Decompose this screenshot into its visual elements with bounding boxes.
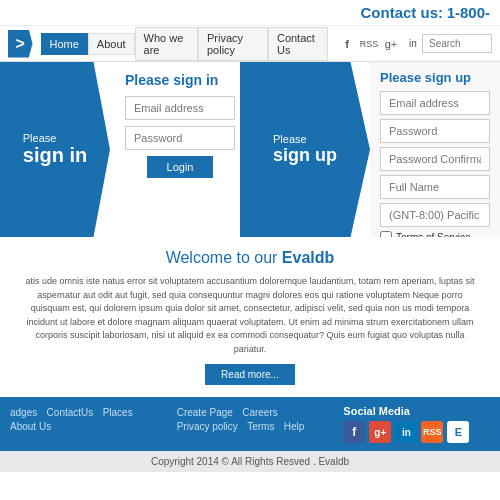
footer-social-icons: f g+ in RSS E bbox=[343, 421, 490, 443]
read-more-button[interactable]: Read more... bbox=[205, 364, 295, 385]
terms-label: Terms of Service bbox=[396, 232, 470, 238]
signup-arrow: Please sign up bbox=[240, 62, 370, 237]
footer-linkedin-icon[interactable]: in bbox=[395, 421, 417, 443]
footer-email-icon[interactable]: E bbox=[447, 421, 469, 443]
nav-links: Home About Who we are Privacy policy Con… bbox=[41, 27, 329, 61]
nav-social: f RSS g+ in bbox=[338, 35, 422, 53]
signup-timezone-input[interactable] bbox=[380, 203, 490, 227]
brand-name: Evaldb bbox=[282, 249, 334, 266]
top-bar: Contact us: 1-800- bbox=[0, 0, 500, 26]
search-input[interactable] bbox=[422, 34, 492, 53]
footer-col-social: Social Media f g+ in RSS E bbox=[343, 405, 490, 443]
copyright-text: Copyright 2014 © All Rights Resved . Eva… bbox=[151, 456, 349, 467]
footer-facebook-icon[interactable]: f bbox=[343, 421, 365, 443]
footer-rss-icon[interactable]: RSS bbox=[421, 421, 443, 443]
signin-password-input[interactable] bbox=[125, 126, 235, 150]
welcome-title: Welcome to our Evaldb bbox=[20, 249, 480, 267]
welcome-section: Welcome to our Evaldb atis ude omnis ist… bbox=[0, 237, 500, 397]
footer-top: adges ContactUs Places About Us Create P… bbox=[0, 397, 500, 451]
terms-row: Terms of Service bbox=[380, 231, 490, 237]
signin-arrow-large: sign in bbox=[23, 144, 87, 167]
phone-number: 1-800- bbox=[447, 4, 490, 21]
footer-col-1: adges ContactUs Places About Us bbox=[10, 405, 157, 433]
signup-form-panel: Please sign up Terms of Service Sign up … bbox=[370, 62, 500, 237]
contact-info: Contact us: 1-800- bbox=[361, 4, 490, 21]
footer-link-careers[interactable]: Careers bbox=[242, 407, 278, 418]
login-button[interactable]: Login bbox=[147, 156, 214, 178]
nav-about[interactable]: About bbox=[88, 33, 135, 55]
nav-who-we-are[interactable]: Who we are bbox=[135, 27, 198, 61]
facebook-nav-icon[interactable]: f bbox=[338, 35, 356, 53]
signin-arrow: Please sign in bbox=[0, 62, 110, 237]
signin-title: Please sign in bbox=[125, 72, 235, 88]
terms-checkbox[interactable] bbox=[380, 231, 392, 237]
signup-arrow-small: Please bbox=[273, 133, 337, 145]
welcome-text: atis ude omnis iste natus error sit volu… bbox=[20, 275, 480, 356]
linkedin-nav-icon[interactable]: in bbox=[404, 35, 422, 53]
footer-link-privacy[interactable]: Privacy policy bbox=[177, 421, 238, 432]
footer-link-contact[interactable]: ContactUs bbox=[47, 407, 94, 418]
nav-privacy[interactable]: Privacy policy bbox=[198, 27, 268, 61]
auth-section: Please sign in Please sign in Login Plea… bbox=[0, 62, 500, 237]
footer-link-createpage[interactable]: Create Page bbox=[177, 407, 233, 418]
signup-email-input[interactable] bbox=[380, 91, 490, 115]
signup-title: Please sign up bbox=[380, 70, 490, 85]
signup-password-input[interactable] bbox=[380, 119, 490, 143]
footer-link-places[interactable]: Places bbox=[103, 407, 133, 418]
nav-logo[interactable]: > bbox=[8, 30, 33, 58]
nav-contact[interactable]: Contact Us bbox=[268, 27, 328, 61]
footer-link-help[interactable]: Help bbox=[284, 421, 305, 432]
footer-col-2: Create Page Careers Privacy policy Terms… bbox=[177, 405, 324, 433]
signin-form-panel: Please sign in Login bbox=[110, 62, 250, 237]
signin-email-input[interactable] bbox=[125, 96, 235, 120]
rss-nav-icon[interactable]: RSS bbox=[360, 35, 378, 53]
footer-link-about[interactable]: About Us bbox=[10, 421, 51, 432]
footer-link-adges[interactable]: adges bbox=[10, 407, 37, 418]
signup-fullname-input[interactable] bbox=[380, 175, 490, 199]
footer-link-terms[interactable]: Terms bbox=[247, 421, 274, 432]
nav-home[interactable]: Home bbox=[41, 33, 88, 55]
contact-label: Contact us: bbox=[361, 4, 444, 21]
footer-googleplus-icon[interactable]: g+ bbox=[369, 421, 391, 443]
googleplus-nav-icon[interactable]: g+ bbox=[382, 35, 400, 53]
footer-bottom: Copyright 2014 © All Rights Resved . Eva… bbox=[0, 451, 500, 472]
social-media-title: Social Media bbox=[343, 405, 490, 417]
nav-bar: > Home About Who we are Privacy policy C… bbox=[0, 26, 500, 62]
signin-arrow-small: Please bbox=[23, 132, 87, 144]
signup-confirm-input[interactable] bbox=[380, 147, 490, 171]
signup-arrow-large: sign up bbox=[273, 145, 337, 166]
